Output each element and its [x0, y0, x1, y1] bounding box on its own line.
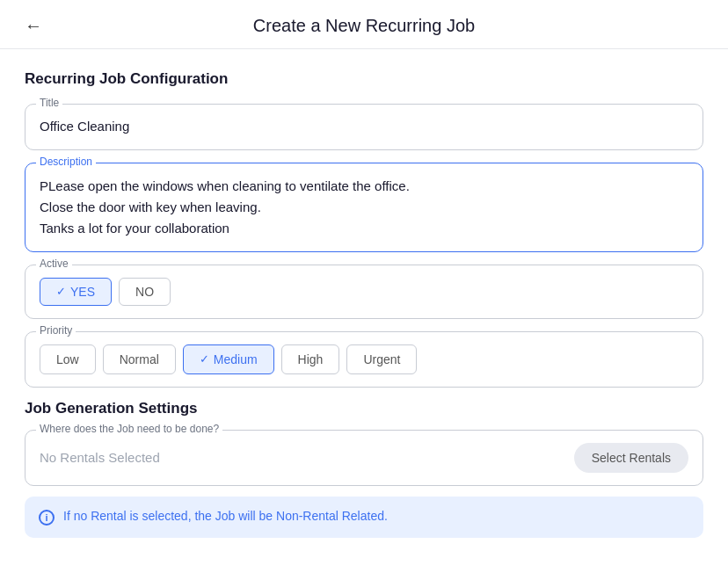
- priority-low-label: Low: [56, 352, 79, 366]
- content-area: Recurring Job Configuration Title Office…: [0, 49, 728, 559]
- title-label: Title: [36, 97, 62, 109]
- info-banner-text: If no Rental is selected, the Job will b…: [63, 509, 388, 523]
- priority-medium-label: Medium: [214, 352, 258, 366]
- priority-urgent-button[interactable]: Urgent: [346, 344, 417, 374]
- title-value: Office Cleaning: [40, 119, 129, 134]
- priority-high-label: High: [298, 352, 324, 366]
- description-field-group: Description PLease open the windows when…: [25, 163, 703, 252]
- active-toggle-group: ✓ YES NO: [40, 278, 688, 306]
- active-yes-button[interactable]: ✓ YES: [40, 278, 112, 306]
- description-label: Description: [36, 156, 96, 168]
- priority-medium-button[interactable]: ✓ Medium: [183, 344, 274, 374]
- info-banner: i If no Rental is selected, the Job will…: [25, 497, 703, 538]
- priority-field-group: Priority Low Normal ✓ Medium High Urgent: [25, 331, 703, 388]
- active-yes-label: YES: [70, 285, 95, 299]
- active-no-button[interactable]: NO: [119, 278, 171, 306]
- title-field-group: Title Office Cleaning: [25, 104, 703, 150]
- active-label: Active: [36, 257, 72, 270]
- medium-check-icon: ✓: [200, 352, 209, 366]
- job-gen-heading: Job Generation Settings: [25, 400, 703, 417]
- select-rentals-button[interactable]: Select Rentals: [574, 443, 688, 473]
- page-header: ← Create a New Recurring Job: [0, 0, 728, 49]
- rentals-label: Where does the Job need to be done?: [36, 423, 222, 435]
- priority-urgent-label: Urgent: [363, 352, 400, 366]
- no-rentals-text: No Rentals Selected: [40, 450, 160, 465]
- priority-button-group: Low Normal ✓ Medium High Urgent: [40, 344, 688, 374]
- rentals-field-group: Where does the Job need to be done? No R…: [25, 430, 703, 486]
- page-title: Create a New Recurring Job: [253, 16, 475, 36]
- description-value: PLease open the windows when cleaning to…: [40, 178, 410, 236]
- active-field-group: Active ✓ YES NO: [25, 265, 703, 319]
- active-no-label: NO: [135, 285, 154, 299]
- priority-low-button[interactable]: Low: [40, 344, 96, 374]
- info-icon: i: [39, 510, 55, 526]
- priority-label: Priority: [36, 324, 76, 337]
- priority-high-button[interactable]: High: [281, 344, 340, 374]
- check-icon: ✓: [56, 285, 66, 298]
- priority-normal-button[interactable]: Normal: [103, 344, 176, 374]
- back-button[interactable]: ←: [18, 12, 49, 40]
- config-section-heading: Recurring Job Configuration: [25, 70, 703, 88]
- priority-normal-label: Normal: [120, 352, 159, 366]
